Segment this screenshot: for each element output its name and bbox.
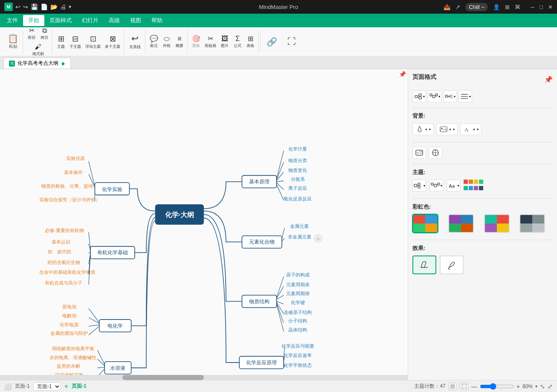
open-icon[interactable]: 📂 [50, 3, 58, 10]
close-btn[interactable]: ✕ [548, 4, 553, 10]
max-btn[interactable]: □ [540, 4, 543, 10]
h-scrollbar[interactable] [0, 375, 408, 380]
more-icon[interactable]: ▾ [69, 4, 71, 10]
fit-page-btn[interactable]: ⊡ [448, 383, 457, 390]
settings-icon[interactable]: ⌘ [515, 4, 520, 10]
layout-btn-2[interactable] [428, 90, 441, 102]
avatar-icon[interactable]: 👤 [493, 4, 500, 10]
menu-advanced[interactable]: 高级 [104, 15, 125, 26]
line-sub3-4 [89, 326, 99, 335]
paste-icon: 📋 [8, 34, 18, 43]
theme-layout-1[interactable] [412, 180, 426, 192]
effect-pencil[interactable] [412, 256, 436, 274]
menu-file[interactable]: 文件 [2, 15, 23, 26]
line-center-branch7 [204, 215, 242, 302]
float-topic-btn[interactable]: ⊡ 浮动主题 [84, 33, 102, 50]
page-selector[interactable]: 页面-1 [33, 382, 61, 391]
menu-page-style[interactable]: 页面样式 [44, 15, 77, 26]
clipart-btn[interactable]: ✂ 剪贴画 [203, 34, 218, 49]
redo-icon[interactable]: ↪ [23, 3, 28, 10]
export-icon[interactable]: ↗ [455, 4, 460, 10]
relation-btn[interactable]: ↩ 关系线 [127, 32, 143, 51]
svg-rect-30 [418, 183, 420, 185]
shrink-btn[interactable]: ⤢ [548, 383, 553, 390]
print-icon[interactable]: 🖨 [60, 3, 66, 10]
zoom-down-icon[interactable]: ▾ [535, 384, 537, 389]
sub-盐类水解: 盐类的水解 [57, 363, 80, 369]
effect-brush[interactable] [440, 256, 464, 274]
frame-btn[interactable]: ⬭ 外框 [161, 34, 173, 49]
zoom-slider[interactable] [480, 383, 514, 390]
menu-slideshow[interactable]: 幻灯片 [77, 15, 104, 26]
sub-实验仪器: 实验仪器 [66, 156, 85, 161]
theme-controls: Aa [412, 180, 553, 192]
topic-btn[interactable]: ⊞ 主题 [55, 33, 67, 50]
effect-section: 效果: [412, 244, 553, 274]
add-page-btn[interactable]: + [64, 383, 68, 390]
theme-layout-2[interactable] [429, 180, 443, 192]
rainbow-item-3[interactable] [484, 214, 510, 233]
user-menu[interactable]: Chill ~ [465, 3, 488, 11]
line-sub6-2 [282, 238, 284, 241]
zoom-level: 80% [522, 383, 533, 389]
tab-dot: ● [61, 60, 65, 67]
bg-text-btn[interactable]: A ▾ [460, 123, 482, 135]
sub-物质变化: 物质变化 [288, 168, 307, 173]
annotation-btn[interactable]: 💬 标注 [148, 34, 160, 49]
extra-btn1[interactable]: 🔗 [264, 35, 280, 48]
bg-image-btn[interactable]: ▾ [436, 123, 458, 135]
menu-help[interactable]: 帮助 [146, 15, 168, 26]
theme-font-btn[interactable]: Aa [447, 180, 460, 192]
rainbow-item-1[interactable] [412, 214, 438, 233]
layout-btn-4[interactable] [458, 90, 472, 102]
line-sub4-3 [98, 367, 105, 368]
panel-unpin-icon[interactable]: 📌 [544, 75, 553, 84]
cut-btn[interactable]: ✂ 剪切 [26, 26, 38, 41]
menu-start[interactable]: 开始 [23, 15, 44, 26]
copy-btn[interactable]: ⧉ 拷贝 [38, 26, 50, 41]
zoom-out-btn[interactable]: — [471, 383, 477, 390]
min-btn[interactable]: ─ [531, 4, 534, 10]
expand-btn[interactable]: ⤡ [540, 383, 545, 390]
extra-btn2[interactable]: ⛶ [284, 35, 299, 48]
new-icon[interactable]: 📄 [41, 3, 48, 10]
line-sub5-5 [276, 183, 284, 190]
theme-color-grid[interactable] [464, 180, 483, 192]
rainbow-item-2[interactable] [448, 214, 474, 233]
fit-icon[interactable]: ⬜ [4, 383, 12, 390]
formula-btn[interactable]: Σ 公式 [232, 34, 244, 49]
grid-icon[interactable]: ⊞ [505, 4, 510, 10]
multi-topic-btn[interactable]: ⊠ 多个主题 [103, 33, 122, 50]
rainbow-item-4[interactable] [519, 214, 545, 233]
rainbow-section: 彩虹色: [412, 203, 553, 233]
share-icon[interactable]: 📤 [444, 4, 450, 10]
list-icon-1[interactable] [412, 147, 426, 159]
line-center-branch4 [131, 221, 155, 368]
summary-btn[interactable]: ≡ 概要 [174, 34, 186, 49]
icon-btn[interactable]: 🎯 图标 [190, 34, 202, 49]
menu-view[interactable]: 视图 [125, 15, 146, 26]
format-brush-btn[interactable]: 🖌 格式刷 [31, 42, 46, 58]
layout-btn-3[interactable] [443, 90, 457, 102]
topic-count: 主题计数：47 [414, 383, 445, 390]
panel-pin-icon[interactable]: 📌 [399, 71, 406, 78]
toolbar-group-paste: 📋 粘贴 [3, 30, 23, 54]
zoom-in-btn[interactable]: + [516, 383, 520, 390]
main-tab[interactable]: 化 化学高考考点大纲 ● [3, 58, 71, 69]
layout-btn-1[interactable] [412, 90, 426, 102]
list-icon-2[interactable] [429, 147, 442, 159]
bg-color-btn[interactable]: ▾ [412, 123, 434, 135]
fullscreen-btn[interactable]: ⛶ [459, 383, 469, 390]
effect-title: 效果: [412, 244, 553, 252]
theme-title: 主题: [412, 168, 553, 176]
toolbar: 📋 粘贴 ✂ 剪切 ⧉ 拷贝 🖌 格式刷 ⊞ 主题 [0, 27, 557, 56]
undo-icon[interactable]: ↩ [15, 3, 20, 10]
paste-btn[interactable]: 📋 粘贴 [5, 33, 21, 51]
save-icon[interactable]: 💾 [31, 3, 38, 10]
subtopic-btn[interactable]: ⊟ 子主题 [68, 33, 83, 50]
table-btn[interactable]: ⊞ 表格 [244, 34, 256, 49]
image-btn[interactable]: 🖼 图片 [219, 34, 231, 49]
canvas-area[interactable]: 📌 化学·大纲 化学实验 实验仪器 基本操作 物质的检验、分离、提纯 实验综合探… [0, 69, 408, 380]
h-scroll-thumb[interactable] [122, 375, 204, 380]
tab-bar: 化 化学高考考点大纲 ● [0, 56, 557, 69]
